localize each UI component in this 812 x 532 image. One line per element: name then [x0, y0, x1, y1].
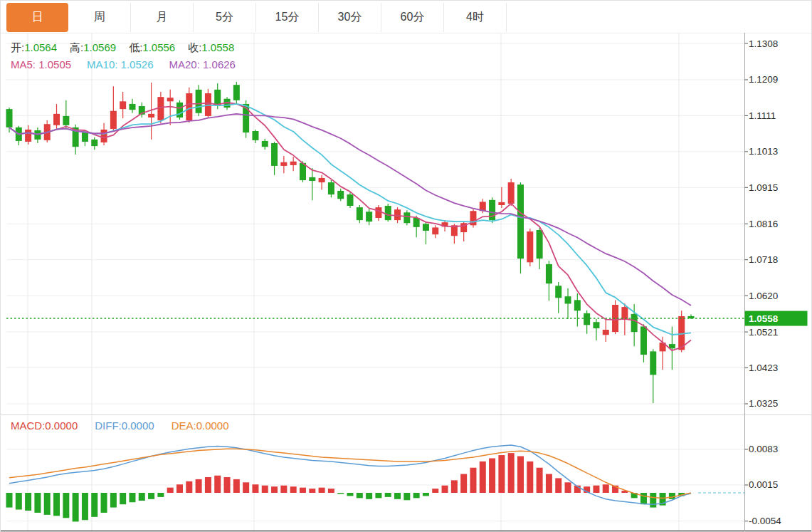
candle	[527, 229, 533, 266]
timeframe-button-7[interactable]: 60分	[381, 3, 444, 32]
candle-body	[394, 209, 401, 220]
candle-body	[214, 90, 221, 105]
macd-bar	[148, 493, 154, 499]
candle	[34, 127, 41, 143]
macd-bar	[337, 493, 344, 494]
close-label: 收:	[188, 41, 201, 53]
candle	[498, 187, 505, 208]
macd-bar	[271, 486, 278, 493]
macd-bar	[233, 479, 240, 493]
timeframe-button-4[interactable]: 5分	[194, 3, 256, 32]
candle-body	[6, 109, 13, 127]
candle	[612, 300, 618, 334]
candle	[328, 180, 334, 197]
macd-bar	[25, 493, 31, 511]
candle	[309, 168, 315, 200]
axis-label: 1.0816	[749, 219, 778, 229]
timeframe-button-8[interactable]: 4时	[444, 3, 507, 32]
candle	[280, 156, 287, 173]
candle	[555, 282, 561, 313]
open-label: 开:	[11, 41, 24, 53]
diff-value: 0.0000	[122, 419, 154, 432]
candle	[508, 179, 515, 206]
macd-bar	[120, 493, 126, 504]
macd-bar	[139, 493, 145, 501]
high-label: 高:	[70, 41, 83, 53]
ma20-label: MA20:	[169, 58, 200, 71]
candle-body	[621, 307, 628, 319]
macd-bar	[196, 479, 202, 493]
macd-bar	[508, 453, 515, 493]
chart-widget: 日周月5分15分30分60分4时 开:1.0564高:1.0569低:1.055…	[0, 0, 812, 532]
candle-body	[584, 313, 590, 325]
axis-label: 0.0083	[749, 444, 778, 454]
timeframe-button-5[interactable]: 15分	[256, 3, 319, 32]
candle	[196, 85, 202, 116]
macd-readout: MACD:0.0000DIFF:0.0000DEA:0.0000	[11, 419, 246, 432]
candle-body	[262, 141, 268, 147]
candle-body	[537, 230, 543, 259]
candle	[650, 349, 656, 403]
candle-body	[271, 143, 278, 166]
ma-readout: MA5: 1.0505MA10: 1.0526MA20: 1.0626	[11, 58, 251, 71]
macd-label: MACD:	[11, 419, 45, 432]
macd-bar	[300, 488, 306, 493]
chart-canvas[interactable]: 1.13081.12091.11111.10131.09151.08161.07…	[1, 1, 812, 532]
candle	[357, 205, 363, 223]
candle-body	[650, 351, 656, 375]
axis-label: 1.0915	[749, 182, 778, 193]
candle-body	[309, 177, 315, 181]
candle-body	[25, 130, 31, 142]
candle-body	[489, 200, 495, 220]
candle-body	[157, 97, 164, 120]
candle-body	[603, 330, 609, 335]
timeframe-button-6[interactable]: 30分	[319, 3, 381, 32]
ma10-line	[9, 104, 691, 335]
candle-body	[385, 206, 391, 220]
candle-body	[120, 101, 126, 109]
candle	[53, 104, 60, 130]
macd-bar	[73, 493, 79, 521]
candle-body	[546, 264, 552, 283]
timeframe-button-3[interactable]: 月	[131, 3, 194, 32]
macd-bar	[537, 468, 543, 493]
candle-body	[319, 178, 325, 182]
timeframe-button-1[interactable]: 日	[6, 3, 68, 32]
macd-bar	[460, 474, 467, 493]
macd-bar	[205, 477, 211, 493]
axis-label: 1.0620	[749, 291, 778, 301]
candle-body	[498, 202, 505, 205]
candle	[176, 100, 183, 120]
candle-body	[167, 98, 174, 101]
price-badge: 1.0558	[745, 311, 808, 326]
candle	[271, 142, 278, 175]
macd-bar	[669, 493, 675, 499]
macd-bar	[129, 493, 135, 502]
candle-body	[631, 314, 638, 332]
macd-bar	[319, 488, 325, 493]
macd-bar	[280, 486, 287, 493]
timeframe-button-2[interactable]: 周	[68, 3, 131, 32]
macd-bar	[432, 489, 438, 493]
macd-bar	[328, 489, 334, 493]
timeframe-toolbar: 日周月5分15分30分60分4时	[6, 3, 507, 32]
candle	[423, 221, 429, 244]
candle	[63, 100, 69, 128]
candle	[366, 208, 372, 225]
candle	[233, 82, 240, 104]
macd-bar	[555, 478, 561, 493]
candle-body	[375, 207, 381, 218]
candle-body	[555, 286, 561, 298]
ma5-label: MA5:	[11, 58, 36, 71]
ma5-value: 1.0505	[38, 58, 71, 71]
ma5-readout: MA5: 1.0505	[11, 58, 71, 71]
candle	[120, 92, 126, 118]
diff-label: DIFF:	[95, 419, 122, 432]
macd-bar	[565, 482, 571, 493]
candle-body	[110, 111, 117, 129]
candle-body	[593, 322, 599, 328]
candle	[91, 137, 97, 150]
candle	[385, 204, 391, 221]
macd-bar	[252, 484, 258, 493]
candle-body	[357, 207, 363, 220]
